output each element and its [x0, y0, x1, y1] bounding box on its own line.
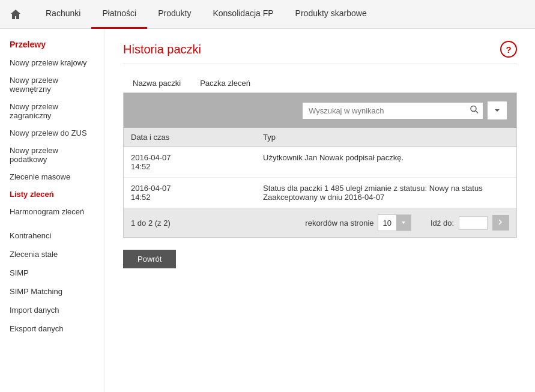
nav-item-rachunki[interactable]: Rachunki — [35, 0, 91, 29]
svg-line-1 — [476, 111, 478, 113]
table-row: 2016-04-07 14:52 Status dla paczki 1 485… — [124, 178, 516, 208]
col-header-type: Typ — [256, 128, 516, 147]
history-table: Data i czas Typ 2016-04-07 14:52 Użytkow… — [124, 128, 516, 208]
sidebar-item-simp[interactable]: SIMP — [0, 264, 104, 282]
top-navigation: Rachunki Płatności Produkty Konsolidacja… — [0, 0, 535, 29]
go-to-wrap: Idź do: — [431, 215, 509, 231]
page-header: Historia paczki ? — [123, 41, 517, 64]
nav-item-platnosci[interactable]: Płatności — [91, 0, 147, 29]
main-layout: Przelewy Nowy przelew krajowy Nowy przel… — [0, 29, 535, 392]
col-header-date: Data i czas — [124, 128, 256, 147]
search-input-wrapper — [303, 103, 483, 119]
sidebar-item-nowy-przelew-krajowy[interactable]: Nowy przelew krajowy — [0, 54, 104, 71]
svg-point-0 — [471, 106, 476, 112]
cell-date: 2016-04-07 14:52 — [124, 178, 256, 208]
sidebar: Przelewy Nowy przelew krajowy Nowy przel… — [0, 29, 105, 392]
home-button[interactable] — [6, 5, 25, 24]
cell-date: 2016-04-07 14:52 — [124, 147, 256, 178]
tab-paczka-zlecen[interactable]: Paczka zleceń — [190, 75, 260, 92]
sidebar-item-kontrahenci[interactable]: Kontrahenci — [0, 226, 104, 245]
go-to-label: Idź do: — [431, 219, 454, 228]
nav-items: Rachunki Płatności Produkty Konsolidacja… — [35, 0, 378, 29]
per-page-select-wrap: 10 — [378, 214, 411, 231]
nav-item-konsolidacja[interactable]: Konsolidacja FP — [202, 0, 284, 29]
search-dropdown-button[interactable] — [488, 101, 507, 119]
table-wrapper: Data i czas Typ 2016-04-07 14:52 Użytkow… — [123, 92, 517, 238]
go-to-button[interactable] — [492, 215, 509, 231]
per-page-dropdown-button[interactable] — [396, 215, 411, 231]
sidebar-item-nowy-przelew-zus[interactable]: Nowy przelew do ZUS — [0, 124, 104, 142]
sidebar-item-harmonogram-zlecen[interactable]: Harmonogram zleceń — [0, 203, 104, 220]
sidebar-item-nowy-przelew-wewnetrzny[interactable]: Nowy przelew wewnętrzny — [0, 71, 104, 98]
back-button[interactable]: Powrót — [123, 250, 176, 268]
pagination-info: 1 do 2 (z 2) — [131, 219, 171, 228]
sidebar-item-eksport-danych[interactable]: Eksport danych — [0, 319, 104, 338]
search-input[interactable] — [303, 103, 483, 119]
nav-item-produkty-skarbowe[interactable]: Produkty skarbowe — [285, 0, 378, 29]
sidebar-item-nowy-przelew-podatkowy[interactable]: Nowy przelew podatkowy — [0, 142, 104, 168]
back-button-row: Powrót — [123, 250, 517, 268]
sidebar-item-nowy-przelew-zagraniczny[interactable]: Nowy przelew zagraniczny — [0, 98, 104, 124]
go-to-input[interactable] — [459, 216, 488, 230]
search-button[interactable] — [470, 105, 479, 116]
tab-nazwa-paczki[interactable]: Nazwa paczki — [123, 75, 190, 92]
cell-type: Status dla paczki 1 485 uległ zmianie z … — [256, 178, 516, 208]
per-page-control: rekordów na stronie 10 — [305, 214, 411, 231]
nav-item-produkty[interactable]: Produkty — [147, 0, 202, 29]
page-title: Historia paczki — [123, 43, 201, 56]
pagination-row: 1 do 2 (z 2) rekordów na stronie 10 Idź … — [124, 208, 516, 237]
cell-type: Użytkownik Jan Nowak podpisał paczkę. — [256, 147, 516, 178]
per-page-value: 10 — [378, 216, 396, 230]
sidebar-item-zlecenia-stale[interactable]: Zlecenia stałe — [0, 245, 104, 264]
sidebar-item-listy-zlecen[interactable]: Listy zleceń — [0, 185, 104, 203]
tabs: Nazwa paczki Paczka zleceń — [123, 75, 517, 92]
search-area — [124, 93, 516, 128]
main-content: Historia paczki ? Nazwa paczki Paczka zl… — [105, 29, 535, 392]
table-row: 2016-04-07 14:52 Użytkownik Jan Nowak po… — [124, 147, 516, 178]
sidebar-item-zlecenie-masowe[interactable]: Zlecenie masowe — [0, 168, 104, 185]
help-button[interactable]: ? — [500, 41, 517, 58]
sidebar-item-simp-matching[interactable]: SIMP Matching — [0, 282, 104, 301]
table-header-row: Data i czas Typ — [124, 128, 516, 147]
sidebar-item-import-danych[interactable]: Import danych — [0, 301, 104, 319]
sidebar-section-przelewy[interactable]: Przelewy — [0, 35, 104, 54]
per-page-label: rekordów na stronie — [305, 219, 373, 228]
